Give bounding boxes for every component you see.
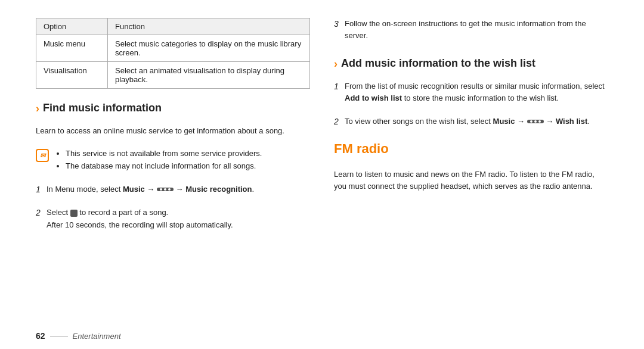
step-content-2: Select to record a part of a song. After… — [47, 207, 310, 230]
add-wish-text-before-2: To view other songs on the wish list, se… — [345, 117, 493, 126]
add-wish-heading: › Add music information to the wish list — [334, 57, 608, 70]
table-header-function: Function — [108, 18, 310, 35]
step1-arrow2: → — [174, 185, 185, 194]
note-icon: ✉ — [36, 149, 49, 162]
find-music-step-1: 1 In Menu mode, select Music → → Music r… — [36, 183, 310, 197]
table-header-option: Option — [36, 18, 108, 35]
step3-text: Follow the on-screen instructions to get… — [345, 19, 586, 40]
step-num-3: 3 — [334, 18, 341, 42]
step1-bold2: Music recognition — [185, 185, 252, 194]
add-wish-bold1-2: Music — [493, 117, 515, 126]
add-wish-content-2: To view other songs on the wish list, se… — [345, 116, 608, 129]
step1-arrow: → — [145, 185, 157, 194]
add-wish-step-num-1: 1 — [334, 80, 341, 104]
note-bullet-1: This service is not available from some … — [66, 148, 262, 160]
footer-label: Entertainment — [73, 332, 121, 341]
step2-text-mid: to record a part of a song. — [78, 208, 168, 217]
right-step-3: 3 Follow the on-screen instructions to g… — [334, 18, 608, 42]
add-wish-text2-1: to store the music information to the wi… — [402, 94, 559, 102]
step-content-1: In Menu mode, select Music → → Music rec… — [47, 183, 310, 197]
chevron-icon: › — [36, 103, 39, 114]
inline-rec-btn — [70, 210, 78, 217]
add-wish-text-after-2: . — [587, 117, 590, 126]
add-wish-heading-text: Add music information to the wish list — [341, 57, 535, 70]
add-wish-bold-1: Add to wish list — [345, 94, 402, 102]
add-wish-step-1: 1 From the list of music recognition res… — [334, 80, 608, 104]
chevron-icon-2: › — [334, 58, 338, 69]
note-bullets: This service is not available from some … — [55, 148, 262, 173]
table-row: Music menu Select music categories to di… — [36, 35, 310, 62]
note-box: ✉ This service is not available from som… — [36, 148, 310, 173]
add-wish-arrow2-2: → — [544, 117, 556, 126]
footer-divider — [50, 336, 68, 336]
add-wish-bold2-2: Wish list — [556, 117, 587, 126]
add-wish-arrow-2: → — [515, 117, 527, 126]
options-table: Option Function Music menu Select music … — [36, 18, 310, 89]
add-wish-content-1: From the list of music recognition resul… — [345, 80, 608, 104]
note-bullet-2: The database may not include information… — [66, 160, 262, 173]
footer: 62 Entertainment — [36, 331, 121, 341]
step2-text-before: Select — [47, 208, 70, 217]
find-music-heading: › Find music information — [36, 102, 310, 114]
add-wish-text-1: From the list of music recognition resul… — [345, 82, 605, 91]
footer-page-num: 62 — [36, 331, 45, 341]
step-num-2: 2 — [36, 207, 43, 230]
step1-text-before: In Menu mode, select — [47, 185, 123, 194]
add-wish-step-num-2: 2 — [334, 116, 341, 129]
inline-btn-2 — [527, 120, 544, 123]
step-content-3: Follow the on-screen instructions to get… — [345, 18, 608, 42]
step-num-1: 1 — [36, 183, 43, 197]
table-cell-function-2: Select an animated visualisation to disp… — [108, 62, 310, 89]
add-wish-step-2: 2 To view other songs on the wish list, … — [334, 116, 608, 129]
inline-btn-1 — [157, 188, 174, 191]
table-cell-option-1: Music menu — [36, 35, 108, 62]
find-music-heading-text: Find music information — [43, 102, 162, 114]
step1-bold1: Music — [123, 185, 145, 194]
step2-text-after: After 10 seconds, the recording will sto… — [47, 220, 233, 229]
step1-text-after: . — [252, 185, 254, 194]
find-music-step-2: 2 Select to record a part of a song. Aft… — [36, 207, 310, 230]
fm-radio-body: Learn to listen to music and news on the… — [334, 169, 608, 192]
table-cell-function-1: Select music categories to display on th… — [108, 35, 310, 62]
table-cell-option-2: Visualisation — [36, 62, 108, 89]
find-music-intro: Learn to access an online music service … — [36, 125, 310, 137]
fm-radio-heading: FM radio — [334, 141, 608, 157]
table-row: Visualisation Select an animated visuali… — [36, 62, 310, 89]
